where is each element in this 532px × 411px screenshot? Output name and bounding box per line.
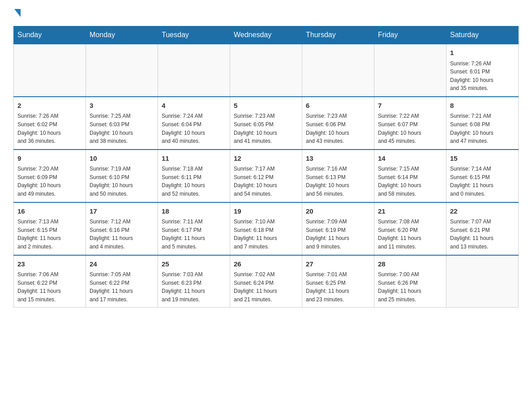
calendar-cell: 19Sunrise: 7:10 AM Sunset: 6:18 PM Dayli… (230, 202, 302, 255)
day-number: 28 (378, 259, 442, 270)
calendar-cell (14, 44, 86, 97)
day-number: 10 (90, 154, 154, 164)
day-info: Sunrise: 7:22 AM Sunset: 6:07 PM Dayligh… (378, 112, 442, 145)
day-number: 5 (234, 101, 298, 111)
day-number: 21 (378, 206, 442, 217)
page-header (13, 9, 519, 17)
calendar-week-3: 9Sunrise: 7:20 AM Sunset: 6:09 PM Daylig… (14, 150, 519, 202)
calendar-cell: 18Sunrise: 7:11 AM Sunset: 6:17 PM Dayli… (158, 202, 230, 255)
day-info: Sunrise: 7:11 AM Sunset: 6:17 PM Dayligh… (162, 218, 226, 251)
calendar-cell: 23Sunrise: 7:06 AM Sunset: 6:22 PM Dayli… (14, 255, 86, 308)
calendar-cell: 27Sunrise: 7:01 AM Sunset: 6:25 PM Dayli… (302, 255, 374, 308)
day-info: Sunrise: 7:05 AM Sunset: 6:22 PM Dayligh… (90, 270, 154, 304)
day-number: 11 (162, 154, 226, 164)
calendar-cell: 4Sunrise: 7:24 AM Sunset: 6:04 PM Daylig… (158, 97, 230, 150)
day-info: Sunrise: 7:06 AM Sunset: 6:22 PM Dayligh… (17, 270, 82, 304)
day-number: 14 (378, 154, 442, 164)
day-number: 19 (234, 206, 298, 217)
calendar-cell: 20Sunrise: 7:09 AM Sunset: 6:19 PM Dayli… (302, 202, 374, 255)
calendar-cell: 22Sunrise: 7:07 AM Sunset: 6:21 PM Dayli… (446, 202, 519, 255)
calendar-cell: 3Sunrise: 7:25 AM Sunset: 6:03 PM Daylig… (86, 97, 158, 150)
calendar-week-1: 1Sunrise: 7:26 AM Sunset: 6:01 PM Daylig… (14, 44, 519, 97)
day-info: Sunrise: 7:02 AM Sunset: 6:24 PM Dayligh… (234, 270, 298, 304)
calendar-cell (302, 44, 374, 97)
calendar-cell: 1Sunrise: 7:26 AM Sunset: 6:01 PM Daylig… (446, 44, 519, 97)
day-number: 16 (17, 206, 82, 217)
calendar-week-2: 2Sunrise: 7:26 AM Sunset: 6:02 PM Daylig… (14, 97, 519, 150)
calendar-header: SundayMondayTuesdayWednesdayThursdayFrid… (14, 26, 519, 44)
day-number: 1 (450, 48, 515, 58)
calendar-cell (230, 44, 302, 97)
day-number: 13 (306, 154, 370, 164)
day-info: Sunrise: 7:26 AM Sunset: 6:01 PM Dayligh… (450, 60, 515, 93)
calendar-cell: 6Sunrise: 7:23 AM Sunset: 6:06 PM Daylig… (302, 97, 374, 150)
day-number: 20 (306, 206, 370, 217)
day-info: Sunrise: 7:07 AM Sunset: 6:21 PM Dayligh… (450, 218, 515, 251)
calendar-cell: 11Sunrise: 7:18 AM Sunset: 6:11 PM Dayli… (158, 150, 230, 202)
calendar-cell: 12Sunrise: 7:17 AM Sunset: 6:12 PM Dayli… (230, 150, 302, 202)
calendar-cell: 24Sunrise: 7:05 AM Sunset: 6:22 PM Dayli… (86, 255, 158, 308)
day-info: Sunrise: 7:19 AM Sunset: 6:10 PM Dayligh… (90, 165, 154, 198)
logo (13, 9, 21, 17)
day-number: 7 (378, 101, 442, 111)
calendar-cell: 9Sunrise: 7:20 AM Sunset: 6:09 PM Daylig… (14, 150, 86, 202)
day-info: Sunrise: 7:18 AM Sunset: 6:11 PM Dayligh… (162, 165, 226, 198)
day-number: 26 (234, 259, 298, 270)
day-info: Sunrise: 7:15 AM Sunset: 6:14 PM Dayligh… (378, 165, 442, 198)
day-number: 22 (450, 206, 515, 217)
calendar-cell (158, 44, 230, 97)
weekday-header-monday: Monday (86, 26, 158, 44)
calendar-cell: 17Sunrise: 7:12 AM Sunset: 6:16 PM Dayli… (86, 202, 158, 255)
day-number: 3 (90, 101, 154, 111)
day-number: 17 (90, 206, 154, 217)
weekday-header-thursday: Thursday (302, 26, 374, 44)
calendar-cell (86, 44, 158, 97)
day-info: Sunrise: 7:03 AM Sunset: 6:23 PM Dayligh… (162, 270, 226, 304)
day-info: Sunrise: 7:26 AM Sunset: 6:02 PM Dayligh… (17, 112, 82, 145)
day-number: 15 (450, 154, 515, 164)
day-number: 12 (234, 154, 298, 164)
day-info: Sunrise: 7:21 AM Sunset: 6:08 PM Dayligh… (450, 112, 515, 145)
weekday-header-friday: Friday (374, 26, 446, 44)
calendar-week-4: 16Sunrise: 7:13 AM Sunset: 6:15 PM Dayli… (14, 202, 519, 255)
calendar-cell: 13Sunrise: 7:16 AM Sunset: 6:13 PM Dayli… (302, 150, 374, 202)
day-info: Sunrise: 7:14 AM Sunset: 6:15 PM Dayligh… (450, 165, 515, 198)
day-info: Sunrise: 7:16 AM Sunset: 6:13 PM Dayligh… (306, 165, 370, 198)
day-number: 18 (162, 206, 226, 217)
day-info: Sunrise: 7:24 AM Sunset: 6:04 PM Dayligh… (162, 112, 226, 145)
calendar-cell: 5Sunrise: 7:23 AM Sunset: 6:05 PM Daylig… (230, 97, 302, 150)
calendar-cell: 28Sunrise: 7:00 AM Sunset: 6:26 PM Dayli… (374, 255, 446, 308)
calendar-cell: 14Sunrise: 7:15 AM Sunset: 6:14 PM Dayli… (374, 150, 446, 202)
day-info: Sunrise: 7:10 AM Sunset: 6:18 PM Dayligh… (234, 218, 298, 251)
day-number: 27 (306, 259, 370, 270)
calendar-cell: 8Sunrise: 7:21 AM Sunset: 6:08 PM Daylig… (446, 97, 519, 150)
day-number: 9 (17, 154, 82, 164)
day-number: 24 (90, 259, 154, 270)
day-number: 4 (162, 101, 226, 111)
calendar-body: 1Sunrise: 7:26 AM Sunset: 6:01 PM Daylig… (14, 44, 519, 308)
day-number: 8 (450, 101, 515, 111)
day-info: Sunrise: 7:12 AM Sunset: 6:16 PM Dayligh… (90, 218, 154, 251)
weekday-header-sunday: Sunday (14, 26, 86, 44)
calendar-cell: 21Sunrise: 7:08 AM Sunset: 6:20 PM Dayli… (374, 202, 446, 255)
calendar-table: SundayMondayTuesdayWednesdayThursdayFrid… (13, 26, 519, 308)
weekday-header-tuesday: Tuesday (158, 26, 230, 44)
calendar-cell: 15Sunrise: 7:14 AM Sunset: 6:15 PM Dayli… (446, 150, 519, 202)
day-info: Sunrise: 7:23 AM Sunset: 6:05 PM Dayligh… (234, 112, 298, 145)
day-info: Sunrise: 7:09 AM Sunset: 6:19 PM Dayligh… (306, 218, 370, 251)
day-info: Sunrise: 7:25 AM Sunset: 6:03 PM Dayligh… (90, 112, 154, 145)
day-info: Sunrise: 7:20 AM Sunset: 6:09 PM Dayligh… (17, 165, 82, 198)
calendar-cell: 25Sunrise: 7:03 AM Sunset: 6:23 PM Dayli… (158, 255, 230, 308)
calendar-cell: 16Sunrise: 7:13 AM Sunset: 6:15 PM Dayli… (14, 202, 86, 255)
day-info: Sunrise: 7:23 AM Sunset: 6:06 PM Dayligh… (306, 112, 370, 145)
weekday-header-saturday: Saturday (446, 26, 519, 44)
day-info: Sunrise: 7:00 AM Sunset: 6:26 PM Dayligh… (378, 270, 442, 304)
logo-arrow-icon (14, 9, 21, 17)
weekday-header-row: SundayMondayTuesdayWednesdayThursdayFrid… (14, 26, 519, 44)
day-info: Sunrise: 7:13 AM Sunset: 6:15 PM Dayligh… (17, 218, 82, 251)
calendar-week-5: 23Sunrise: 7:06 AM Sunset: 6:22 PM Dayli… (14, 255, 519, 308)
day-number: 23 (17, 259, 82, 270)
day-info: Sunrise: 7:01 AM Sunset: 6:25 PM Dayligh… (306, 270, 370, 304)
day-number: 2 (17, 101, 82, 111)
day-number: 6 (306, 101, 370, 111)
